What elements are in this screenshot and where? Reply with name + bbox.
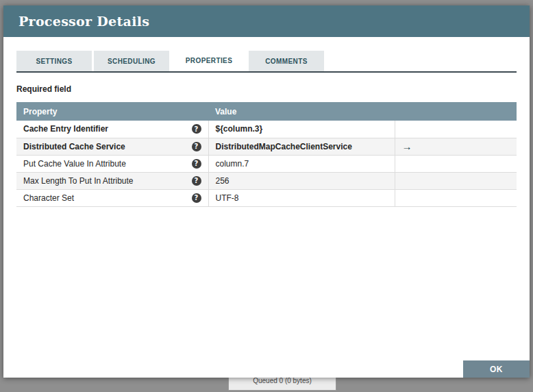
property-extra-cell — [395, 121, 517, 138]
property-value: column.7 — [208, 155, 395, 172]
property-value: ${column.3} — [208, 121, 395, 138]
dialog-title: Processor Details — [18, 14, 149, 29]
dialog-header: Processor Details — [3, 5, 530, 37]
tab-scheduling[interactable]: SCHEDULING — [94, 51, 169, 71]
help-icon[interactable]: ? — [192, 176, 201, 186]
property-name: Max Length To Put In Attribute — [23, 176, 134, 186]
help-icon[interactable]: ? — [192, 193, 201, 203]
property-name: Cache Entry Identifier — [23, 124, 108, 134]
help-icon[interactable]: ? — [192, 142, 201, 151]
table-row: Distributed Cache Service ? DistributedM… — [16, 138, 517, 155]
table-header-value: Value — [208, 102, 395, 121]
property-value: 256 — [208, 172, 395, 189]
table-row: Cache Entry Identifier ? ${column.3} — [16, 121, 517, 138]
queued-status-text: Queued 0 (0 bytes) — [253, 377, 312, 384]
properties-table: Property Value Cache Entry Identifier ? … — [16, 102, 517, 207]
dialog-body: SETTINGS SCHEDULING PROPERTIES COMMENTS … — [3, 37, 530, 207]
processor-details-dialog: Processor Details SETTINGS SCHEDULING PR… — [3, 5, 530, 378]
help-icon[interactable]: ? — [192, 159, 201, 169]
property-extra-cell: → — [395, 138, 517, 155]
property-name: Put Cache Value In Attribute — [23, 159, 126, 169]
table-row: Max Length To Put In Attribute ? 256 — [16, 172, 517, 189]
go-to-service-icon[interactable]: → — [402, 140, 412, 152]
property-value: DistributedMapCacheClientService — [208, 138, 395, 155]
property-value: UTF-8 — [208, 189, 395, 206]
table-row: Character Set ? UTF-8 — [16, 189, 517, 206]
tab-properties[interactable]: PROPERTIES — [171, 51, 247, 71]
ok-button[interactable]: OK — [463, 360, 530, 378]
help-icon[interactable]: ? — [192, 124, 201, 134]
table-header-empty — [395, 102, 517, 121]
tab-settings[interactable]: SETTINGS — [16, 51, 92, 71]
property-name: Distributed Cache Service — [23, 142, 125, 151]
table-header-row: Property Value — [16, 102, 517, 121]
table-row: Put Cache Value In Attribute ? column.7 — [16, 155, 517, 172]
required-field-label: Required field — [16, 84, 517, 94]
property-name: Character Set — [23, 193, 74, 203]
tab-comments[interactable]: COMMENTS — [249, 51, 324, 71]
property-extra-cell — [395, 172, 517, 189]
table-header-property: Property — [16, 102, 208, 121]
property-extra-cell — [395, 155, 517, 172]
property-extra-cell — [395, 189, 517, 206]
tab-bar: SETTINGS SCHEDULING PROPERTIES COMMENTS — [16, 51, 517, 73]
